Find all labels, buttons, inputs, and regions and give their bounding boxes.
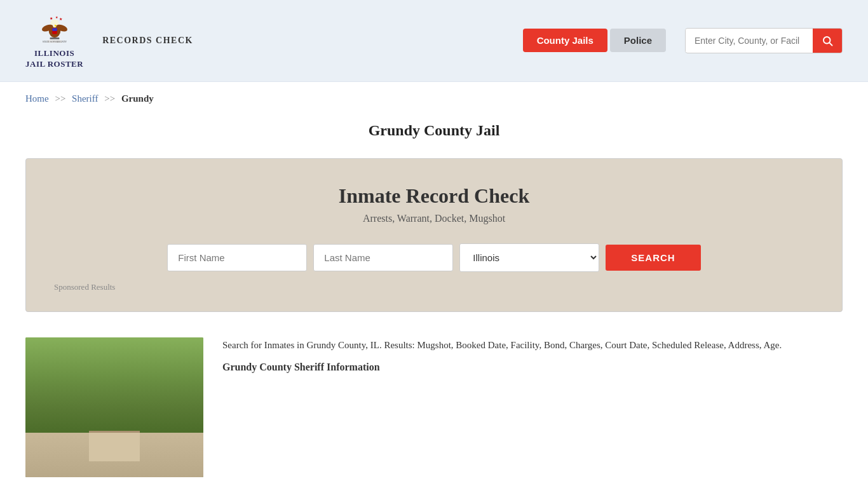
svg-rect-10 bbox=[50, 37, 59, 39]
courthouse-image bbox=[25, 337, 203, 477]
logo-text: ILLINOIS JAIL ROSTER bbox=[25, 48, 83, 70]
sponsored-label: Sponsored Results bbox=[51, 282, 817, 292]
search-icon bbox=[822, 35, 833, 46]
header-search-button[interactable] bbox=[813, 29, 842, 53]
breadcrumb-home[interactable]: Home bbox=[25, 93, 49, 104]
content-section: Search for Inmates in Grundy County, IL.… bbox=[0, 325, 868, 488]
breadcrumb-sheriff[interactable]: Sheriff bbox=[72, 93, 98, 104]
record-check-box: Inmate Record Check Arrests, Warrant, Do… bbox=[25, 158, 843, 312]
page-title: Grundy County Jail bbox=[25, 122, 843, 139]
record-check-subtitle: Arrests, Warrant, Docket, Mugshot bbox=[51, 213, 817, 224]
county-jails-button[interactable]: County Jails bbox=[523, 29, 607, 52]
content-description: Search for Inmates in Grundy County, IL.… bbox=[222, 337, 843, 353]
svg-text:★: ★ bbox=[55, 16, 58, 19]
svg-text:STATE SOVEREIGNTY: STATE SOVEREIGNTY bbox=[43, 41, 67, 43]
svg-text:★: ★ bbox=[59, 17, 62, 21]
police-button[interactable]: Police bbox=[610, 29, 666, 52]
first-name-input[interactable] bbox=[167, 244, 307, 271]
header-search-bar bbox=[685, 28, 843, 53]
page-title-area: Grundy County Jail bbox=[0, 111, 868, 146]
courthouse-image-inner bbox=[25, 337, 203, 477]
records-check-label: RECORDS CHECK bbox=[102, 36, 193, 46]
logo[interactable]: ★ ★ ★ STATE SOVEREIGNTY ILLINOIS JAIL RO… bbox=[25, 11, 83, 70]
record-check-title: Inmate Record Check bbox=[51, 184, 817, 208]
nav-buttons: County Jails Police bbox=[523, 29, 666, 52]
content-section-heading: Grundy County Sheriff Information bbox=[222, 359, 843, 376]
content-text: Search for Inmates in Grundy County, IL.… bbox=[222, 337, 843, 382]
breadcrumb-sep2: >> bbox=[104, 93, 115, 104]
svg-rect-6 bbox=[52, 28, 57, 31]
record-search-button[interactable]: SEARCH bbox=[606, 245, 700, 271]
header-search-input[interactable] bbox=[686, 29, 813, 52]
breadcrumb-sep1: >> bbox=[55, 93, 65, 104]
state-select[interactable]: Illinois Alabama Alaska Arizona Arkansas… bbox=[459, 243, 599, 272]
record-check-form: Illinois Alabama Alaska Arizona Arkansas… bbox=[51, 243, 817, 272]
breadcrumb-current: Grundy bbox=[121, 93, 154, 104]
header: ★ ★ ★ STATE SOVEREIGNTY ILLINOIS JAIL RO… bbox=[0, 0, 868, 82]
last-name-input[interactable] bbox=[313, 244, 453, 271]
breadcrumb: Home >> Sheriff >> Grundy bbox=[0, 82, 868, 111]
svg-line-14 bbox=[829, 43, 832, 45]
svg-text:★: ★ bbox=[49, 17, 52, 20]
illinois-seal-icon: ★ ★ ★ STATE SOVEREIGNTY bbox=[37, 11, 72, 47]
